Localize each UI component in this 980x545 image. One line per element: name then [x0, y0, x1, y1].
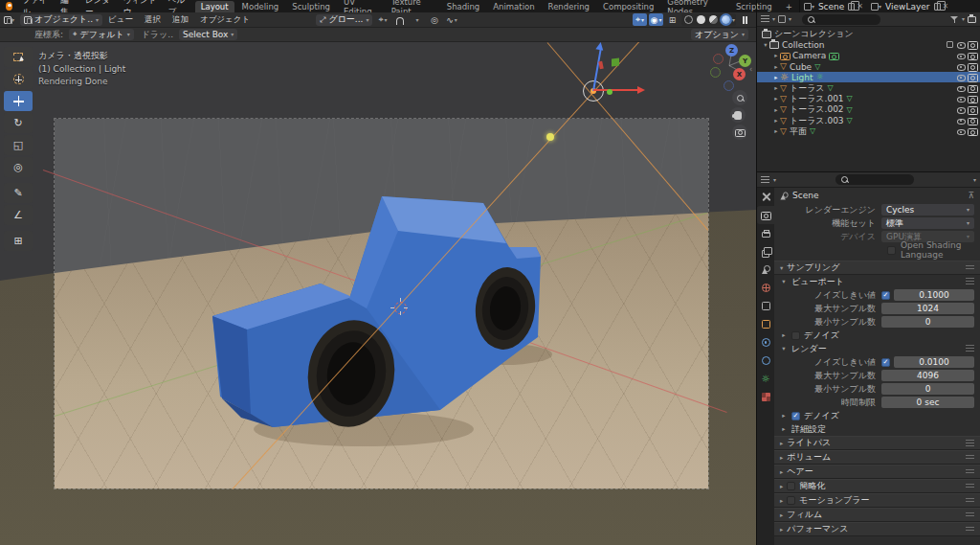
motion-blur-checkbox[interactable] — [787, 496, 795, 505]
gizmo-y-handle[interactable] — [607, 89, 612, 95]
filter-funnel-icon[interactable] — [950, 15, 959, 24]
expand-arrow-icon[interactable]: ▸ — [772, 74, 780, 81]
solid-shading-button[interactable] — [697, 15, 705, 24]
hide-eye-icon[interactable] — [956, 105, 966, 114]
expand-arrow-icon[interactable]: ▸ — [772, 117, 780, 125]
sampling-viewport-header[interactable]: ▾ビューポート — [774, 275, 980, 288]
render-visibility-icon[interactable] — [968, 74, 977, 80]
select-box-tool-button[interactable] — [4, 47, 33, 67]
tab-scene[interactable] — [757, 261, 774, 279]
hide-eye-icon[interactable] — [956, 52, 966, 60]
section-volumes[interactable]: ▸ボリューム — [774, 450, 980, 465]
tab-render[interactable] — [757, 206, 774, 224]
render-noise-value[interactable]: 0.0100 — [894, 356, 974, 368]
cursor-tool-button[interactable] — [4, 69, 33, 89]
render-noise-checkbox[interactable]: ✓ — [881, 358, 890, 367]
menu-select[interactable]: 選択 — [139, 14, 167, 26]
hide-eye-icon[interactable] — [956, 62, 966, 71]
proportional-editing-button[interactable]: ◎ — [427, 13, 441, 26]
preset-list-icon[interactable] — [966, 278, 974, 285]
expand-arrow-icon[interactable]: ▸ — [772, 84, 780, 92]
viewport-denoise-header[interactable]: ▸ デノイズ — [774, 329, 980, 342]
render-visibility-icon[interactable] — [968, 128, 977, 135]
panel-divider[interactable] — [756, 0, 757, 545]
nav-gizmo-x-neg[interactable] — [713, 54, 724, 64]
sidebar-collapse-arrow[interactable]: ‹ — [749, 65, 752, 74]
coord-system-dropdown[interactable]: ⌖ デフォルト ▾ — [69, 29, 134, 40]
expand-arrow-icon[interactable]: ▸ — [772, 95, 780, 102]
expand-arrow-icon[interactable]: ▸ — [772, 127, 780, 135]
workspace-tab-animation[interactable]: Animation — [487, 1, 540, 12]
sampling-render-header[interactable]: ▾レンダー — [774, 342, 980, 355]
hide-eye-icon[interactable] — [956, 117, 966, 125]
outliner-display-mode-icon[interactable] — [761, 15, 769, 23]
toy-car-object[interactable] — [0, 42, 756, 545]
hide-eye-icon[interactable] — [956, 73, 966, 81]
feature-set-select[interactable]: 標準▾ — [881, 217, 974, 229]
view-layer-name[interactable]: ViewLayer — [881, 2, 933, 11]
hide-eye-icon[interactable] — [956, 40, 966, 49]
gizmo-x-arrowhead[interactable] — [637, 86, 645, 94]
new-scene-icon[interactable] — [848, 3, 855, 11]
section-motion-blur[interactable]: ▸ モーションブラー — [774, 493, 980, 508]
orientation-dropdown[interactable]: ⤢ グロー... ▾ — [316, 14, 372, 26]
pan-button[interactable] — [730, 107, 746, 123]
wireframe-shading-button[interactable] — [684, 15, 693, 24]
workspace-tab-sculpting[interactable]: Sculpting — [286, 1, 336, 12]
gizmo-z-arrowhead[interactable] — [595, 42, 604, 51]
render-visibility-icon[interactable] — [968, 96, 977, 102]
editor-type-icon[interactable] — [4, 16, 11, 24]
menu-add[interactable]: 追加 — [167, 14, 194, 26]
osl-checkbox[interactable] — [887, 246, 896, 255]
render-visibility-icon[interactable] — [968, 41, 977, 48]
outliner-row-camera[interactable]: ▸ Camera — [757, 51, 980, 61]
properties-options-caret[interactable]: ▾ — [973, 177, 976, 183]
tab-texture[interactable] — [757, 388, 774, 406]
section-simplify[interactable]: ▸ 簡略化 — [774, 479, 980, 493]
viewport-noise-checkbox[interactable]: ✓ — [881, 291, 890, 300]
light-point[interactable] — [546, 133, 554, 141]
tab-world[interactable] — [757, 279, 774, 297]
tab-tool[interactable] — [757, 188, 774, 206]
camera-view-button[interactable] — [732, 125, 747, 140]
scene-name[interactable]: Scene — [814, 2, 848, 11]
render-denoise-checkbox[interactable]: ✓ — [791, 412, 800, 420]
rotate-tool-button[interactable]: ↻ — [4, 113, 33, 133]
outliner-row-collection[interactable]: ▾ Collection — [757, 39, 980, 50]
toggle-xray-button[interactable]: ⊞ — [665, 13, 679, 26]
tab-object-data[interactable]: ☼ — [757, 370, 774, 388]
viewport-noise-value[interactable]: 0.1000 — [894, 289, 974, 301]
properties-editor-icon[interactable] — [761, 176, 769, 184]
render-denoise-header[interactable]: ▸ ✓ デノイズ — [774, 409, 980, 422]
mode-dropdown[interactable]: オブジェクト.. ▾ — [20, 14, 102, 26]
render-visibility-icon[interactable] — [968, 118, 977, 125]
options-dropdown[interactable]: オプション ▾ — [691, 29, 748, 40]
tab-constraints[interactable] — [757, 333, 774, 352]
render-max-samples-value[interactable]: 4096 — [881, 370, 974, 381]
new-view-layer-icon[interactable] — [934, 3, 941, 11]
measure-tool-button[interactable]: ∠ — [4, 205, 33, 225]
snap-magnet-button[interactable] — [392, 13, 407, 26]
show-overlays-button[interactable]: ◉▾ — [649, 13, 663, 26]
workspace-tab-modeling[interactable]: Modeling — [236, 1, 285, 12]
drag-mode-dropdown[interactable]: Select Box ▾ — [179, 29, 237, 40]
simplify-checkbox[interactable] — [787, 482, 795, 490]
section-film[interactable]: ▸フィルム — [774, 508, 980, 522]
tab-output[interactable] — [757, 224, 774, 242]
section-performance[interactable]: ▸パフォーマンス — [774, 522, 980, 536]
workspace-tab-scripting[interactable]: Scripting — [730, 1, 778, 12]
workspace-tab-rendering[interactable]: Rendering — [543, 1, 595, 12]
blender-logo-icon[interactable] — [6, 2, 12, 11]
properties-search-input[interactable] — [852, 175, 909, 185]
pivot-point-button[interactable]: ⌖▾ — [375, 13, 390, 26]
sampling-section-header[interactable]: ▾サンプリング — [774, 261, 980, 275]
render-visibility-icon[interactable] — [968, 53, 977, 59]
preset-list-icon[interactable] — [966, 345, 974, 352]
workspace-add-button[interactable]: + — [780, 1, 798, 12]
gizmo-x-arrow[interactable] — [593, 89, 637, 91]
add-cube-tool-button[interactable]: ⊞ — [4, 231, 33, 251]
tab-object[interactable] — [757, 315, 774, 333]
pin-icon[interactable]: ⊼ — [968, 191, 974, 200]
render-engine-select[interactable]: Cycles▾ — [881, 204, 974, 216]
time-limit-value[interactable]: 0 sec — [881, 397, 974, 408]
